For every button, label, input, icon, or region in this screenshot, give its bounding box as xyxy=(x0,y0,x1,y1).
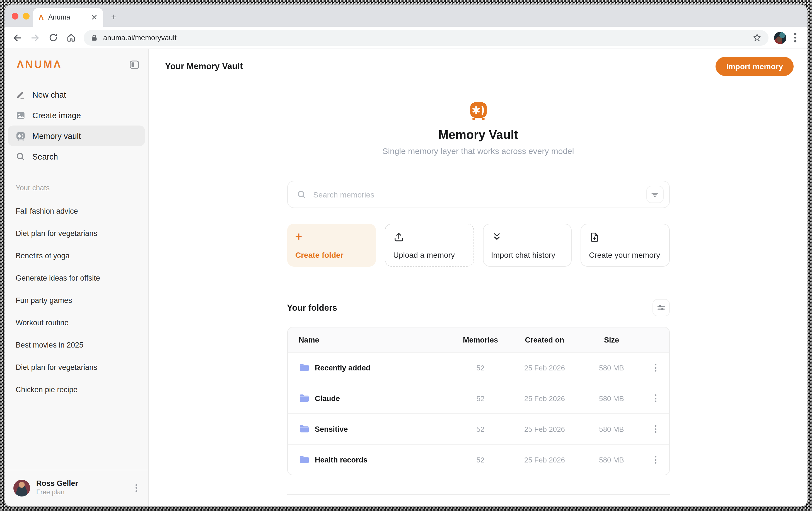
new-tab-button[interactable]: + xyxy=(108,12,119,23)
sliders-icon xyxy=(656,303,666,312)
filter-icon xyxy=(650,190,659,199)
forward-button[interactable] xyxy=(28,30,42,45)
user-avatar xyxy=(13,480,30,496)
card-label: Create folder xyxy=(295,251,368,259)
anuma-logo: ΛNUMΛ xyxy=(17,59,62,71)
browser-toolbar: anuma.ai/memoryvault xyxy=(4,27,808,49)
tab-strip: Λ Anuma ✕ + xyxy=(4,4,808,27)
close-window-button[interactable] xyxy=(12,13,19,20)
folder-memories: 52 xyxy=(453,455,508,464)
user-profile[interactable]: Ross Geller Free plan xyxy=(4,470,148,507)
folder-memories: 52 xyxy=(453,364,508,372)
vault-icon xyxy=(16,131,26,141)
user-name: Ross Geller xyxy=(36,479,127,488)
browser-tab[interactable]: Λ Anuma ✕ xyxy=(33,8,103,27)
import-chat-history-card[interactable]: Import chat history xyxy=(483,224,572,267)
table-row[interactable]: Sensitive 52 25 Feb 2026 580 MB xyxy=(288,414,669,445)
page-title: Your Memory Vault xyxy=(165,61,243,72)
chat-list-item[interactable]: Fun party games xyxy=(4,289,148,311)
double-chevron-down-icon xyxy=(491,231,502,243)
chat-list-item[interactable]: Diet plan for vegetarians xyxy=(4,356,148,378)
pencil-icon xyxy=(16,89,26,100)
minimize-window-button[interactable] xyxy=(23,13,30,20)
chat-list-item[interactable]: Fall fashion advice xyxy=(4,200,148,222)
lock-icon xyxy=(90,34,98,41)
table-row[interactable]: Health records 52 25 Feb 2026 580 MB xyxy=(288,445,669,475)
folder-icon xyxy=(299,455,309,464)
row-menu-button[interactable] xyxy=(652,423,659,435)
sidebar-item-create-image[interactable]: Create image xyxy=(8,105,145,125)
chat-list-item[interactable]: Chicken pie recipe xyxy=(4,378,148,401)
chat-list-item[interactable]: Benefits of yoga xyxy=(4,244,148,267)
folders-section-header: Your folders xyxy=(287,299,669,316)
table-row[interactable]: Claude 52 25 Feb 2026 580 MB xyxy=(288,383,669,414)
filter-button[interactable] xyxy=(646,186,663,203)
card-label: Import chat history xyxy=(491,251,563,259)
create-your-memory-card[interactable]: Create your memory xyxy=(581,224,669,267)
sidebar-item-label: New chat xyxy=(32,90,66,99)
upload-memory-card[interactable]: Upload a memory xyxy=(385,224,474,267)
user-menu-button[interactable] xyxy=(133,482,139,494)
tab-title: Anuma xyxy=(48,13,91,21)
folder-name: Claude xyxy=(315,394,340,402)
chats-list: Fall fashion advice Diet plan for vegeta… xyxy=(4,200,148,401)
sidebar-item-new-chat[interactable]: New chat xyxy=(8,84,145,105)
card-label: Create your memory xyxy=(589,251,661,259)
search-memories-box xyxy=(287,181,669,208)
folder-created: 25 Feb 2026 xyxy=(508,394,581,402)
bookmark-star-icon[interactable] xyxy=(752,33,762,42)
chat-list-item[interactable]: Workout routine xyxy=(4,311,148,334)
folder-size: 580 MB xyxy=(581,455,642,464)
folder-memories: 52 xyxy=(453,425,508,433)
browser-menu-button[interactable] xyxy=(790,33,801,42)
column-header-created-on: Created on xyxy=(508,336,581,344)
row-menu-button[interactable] xyxy=(652,392,659,404)
column-header-size: Size xyxy=(581,336,642,344)
browser-profile-avatar[interactable] xyxy=(774,31,786,44)
upload-icon xyxy=(393,231,404,243)
hero-section: Memory Vault Single memory layer that wo… xyxy=(287,101,669,157)
table-header-row: Name Memories Created on Size xyxy=(288,328,669,352)
file-plus-icon xyxy=(589,231,600,243)
sidebar-nav: New chat Create image Memory vault Searc… xyxy=(4,84,148,167)
card-label: Upload a memory xyxy=(393,251,465,259)
back-button[interactable] xyxy=(10,30,25,45)
sidebar-item-label: Memory vault xyxy=(32,132,81,140)
folders-table: Name Memories Created on Size Recently a… xyxy=(287,327,669,475)
folder-size: 580 MB xyxy=(581,364,642,372)
search-memories-input[interactable] xyxy=(312,190,640,199)
chat-list-item[interactable]: Best movies in 2025 xyxy=(4,334,148,356)
plus-icon: + xyxy=(295,231,368,242)
import-memory-button[interactable]: Import memory xyxy=(716,57,793,76)
folder-created: 25 Feb 2026 xyxy=(508,425,581,433)
image-icon xyxy=(16,110,26,120)
memory-vault-icon xyxy=(469,101,488,123)
sidebar-item-memory-vault[interactable]: Memory vault xyxy=(8,125,145,146)
bottom-divider xyxy=(287,494,669,495)
chats-section-header: Your chats xyxy=(4,183,148,194)
hero-subtitle: Single memory layer that works across ev… xyxy=(287,146,669,157)
reload-button[interactable] xyxy=(46,30,60,45)
folder-icon xyxy=(299,394,309,403)
chat-list-item[interactable]: Generate ideas for offsite xyxy=(4,267,148,289)
browser-window: Λ Anuma ✕ + anuma.ai/memoryvault xyxy=(4,4,808,507)
collapse-sidebar-icon[interactable] xyxy=(129,60,139,69)
view-settings-button[interactable] xyxy=(652,299,669,316)
folder-created: 25 Feb 2026 xyxy=(508,364,581,372)
home-button[interactable] xyxy=(64,30,78,45)
row-menu-button[interactable] xyxy=(652,454,659,466)
folder-name: Health records xyxy=(315,455,368,464)
sidebar-item-search[interactable]: Search xyxy=(8,146,145,167)
row-menu-button[interactable] xyxy=(652,362,659,374)
folder-name: Recently added xyxy=(315,364,371,372)
anuma-favicon-icon: Λ xyxy=(38,13,44,21)
sidebar-item-label: Search xyxy=(32,152,58,161)
url-bar[interactable]: anuma.ai/memoryvault xyxy=(84,30,768,46)
folder-created: 25 Feb 2026 xyxy=(508,455,581,464)
create-folder-card[interactable]: + Create folder xyxy=(287,224,376,267)
folder-size: 580 MB xyxy=(581,394,642,402)
table-row[interactable]: Recently added 52 25 Feb 2026 580 MB xyxy=(288,352,669,383)
close-tab-icon[interactable]: ✕ xyxy=(91,13,97,21)
sidebar-item-label: Create image xyxy=(32,111,81,120)
chat-list-item[interactable]: Diet plan for vegetarians xyxy=(4,222,148,244)
